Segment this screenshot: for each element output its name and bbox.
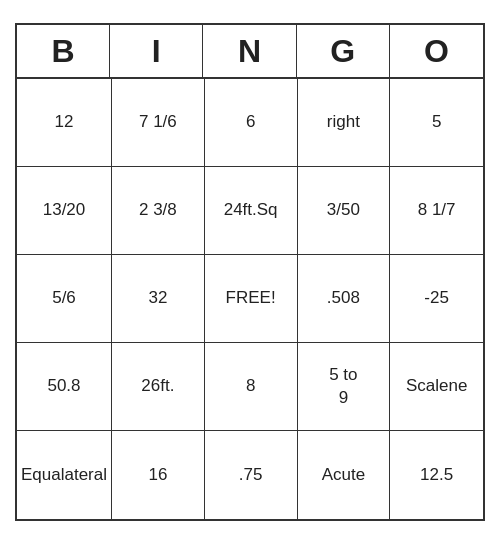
header-o: O xyxy=(390,25,483,77)
bingo-cell-0: 12 xyxy=(17,79,112,167)
bingo-cell-13: .508 xyxy=(298,255,391,343)
bingo-header: B I N G O xyxy=(17,25,483,79)
bingo-cell-20: Equalateral xyxy=(17,431,112,519)
bingo-cell-1: 7 1/6 xyxy=(112,79,205,167)
bingo-cell-22: .75 xyxy=(205,431,298,519)
bingo-cell-7: 24ft.Sq xyxy=(205,167,298,255)
bingo-cell-2: 6 xyxy=(205,79,298,167)
bingo-cell-14: -25 xyxy=(390,255,483,343)
bingo-cell-15: 50.8 xyxy=(17,343,112,431)
header-b: B xyxy=(17,25,110,77)
bingo-cell-21: 16 xyxy=(112,431,205,519)
bingo-cell-10: 5/6 xyxy=(17,255,112,343)
bingo-cell-17: 8 xyxy=(205,343,298,431)
bingo-cell-9: 8 1/7 xyxy=(390,167,483,255)
bingo-cell-16: 26ft. xyxy=(112,343,205,431)
bingo-cell-12: FREE! xyxy=(205,255,298,343)
bingo-cell-5: 13/20 xyxy=(17,167,112,255)
header-i: I xyxy=(110,25,203,77)
header-n: N xyxy=(203,25,296,77)
header-g: G xyxy=(297,25,390,77)
bingo-cell-4: 5 xyxy=(390,79,483,167)
bingo-cell-11: 32 xyxy=(112,255,205,343)
bingo-cell-19: Scalene xyxy=(390,343,483,431)
bingo-card: B I N G O 127 1/66right513/202 3/824ft.S… xyxy=(15,23,485,521)
bingo-cell-23: Acute xyxy=(298,431,391,519)
bingo-cell-3: right xyxy=(298,79,391,167)
bingo-cell-18: 5 to 9 xyxy=(298,343,391,431)
bingo-grid: 127 1/66right513/202 3/824ft.Sq3/508 1/7… xyxy=(17,79,483,519)
bingo-cell-8: 3/50 xyxy=(298,167,391,255)
bingo-cell-6: 2 3/8 xyxy=(112,167,205,255)
bingo-cell-24: 12.5 xyxy=(390,431,483,519)
